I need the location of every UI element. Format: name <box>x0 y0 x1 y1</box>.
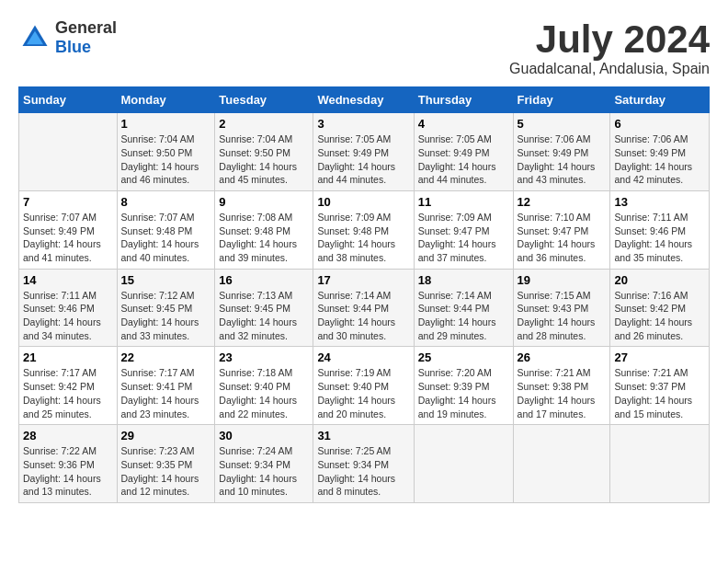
cell-content: Sunrise: 7:05 AM Sunset: 9:49 PM Dayligh… <box>317 132 409 187</box>
calendar-cell: 21Sunrise: 7:17 AM Sunset: 9:42 PM Dayli… <box>19 347 118 425</box>
day-number: 26 <box>518 350 607 364</box>
day-header-thursday: Thursday <box>414 87 513 113</box>
cell-content: Sunrise: 7:10 AM Sunset: 9:47 PM Dayligh… <box>518 211 607 265</box>
cell-content: Sunrise: 7:14 AM Sunset: 9:44 PM Dayligh… <box>317 289 409 343</box>
day-header-wednesday: Wednesday <box>313 87 414 113</box>
day-number: 17 <box>317 273 409 287</box>
cell-content: Sunrise: 7:17 AM Sunset: 9:41 PM Dayligh… <box>121 366 211 420</box>
calendar-cell: 9Sunrise: 7:08 AM Sunset: 9:48 PM Daylig… <box>215 190 313 269</box>
day-number: 2 <box>219 117 309 131</box>
calendar-cell: 26Sunrise: 7:21 AM Sunset: 9:38 PM Dayli… <box>513 347 610 425</box>
calendar-cell: 18Sunrise: 7:14 AM Sunset: 9:44 PM Dayli… <box>414 269 513 347</box>
calendar-cell: 24Sunrise: 7:19 AM Sunset: 9:40 PM Dayli… <box>313 347 414 425</box>
calendar-cell: 6Sunrise: 7:06 AM Sunset: 9:49 PM Daylig… <box>610 113 710 191</box>
day-number: 5 <box>518 117 607 131</box>
cell-content: Sunrise: 7:16 AM Sunset: 9:42 PM Dayligh… <box>614 289 705 343</box>
logo-icon <box>18 21 51 54</box>
location-title: Guadalcanal, Andalusia, Spain <box>509 61 710 77</box>
day-header-sunday: Sunday <box>19 87 118 113</box>
calendar-week-2: 7Sunrise: 7:07 AM Sunset: 9:49 PM Daylig… <box>19 190 710 269</box>
calendar-cell: 12Sunrise: 7:10 AM Sunset: 9:47 PM Dayli… <box>513 190 610 269</box>
calendar-cell: 15Sunrise: 7:12 AM Sunset: 9:45 PM Dayli… <box>117 269 215 347</box>
cell-content: Sunrise: 7:24 AM Sunset: 9:34 PM Dayligh… <box>219 444 309 499</box>
day-number: 7 <box>23 195 113 209</box>
logo: General Blue <box>18 18 117 57</box>
day-number: 31 <box>317 429 409 442</box>
day-number: 18 <box>418 273 509 287</box>
calendar-cell: 14Sunrise: 7:11 AM Sunset: 9:46 PM Dayli… <box>19 269 118 347</box>
calendar-cell: 11Sunrise: 7:09 AM Sunset: 9:47 PM Dayli… <box>414 190 513 269</box>
day-number: 4 <box>418 117 509 131</box>
calendar-cell: 4Sunrise: 7:05 AM Sunset: 9:49 PM Daylig… <box>414 113 513 191</box>
logo-general-text: General <box>55 18 117 37</box>
cell-content: Sunrise: 7:07 AM Sunset: 9:49 PM Dayligh… <box>23 211 113 265</box>
day-number: 19 <box>518 273 607 287</box>
day-number: 30 <box>219 429 309 442</box>
day-number: 11 <box>418 195 509 209</box>
cell-content: Sunrise: 7:15 AM Sunset: 9:43 PM Dayligh… <box>518 289 607 343</box>
day-header-tuesday: Tuesday <box>215 87 313 113</box>
calendar-cell: 20Sunrise: 7:16 AM Sunset: 9:42 PM Dayli… <box>610 269 710 347</box>
day-number: 6 <box>614 117 705 131</box>
cell-content: Sunrise: 7:04 AM Sunset: 9:50 PM Dayligh… <box>121 132 211 187</box>
cell-content: Sunrise: 7:22 AM Sunset: 9:36 PM Dayligh… <box>23 444 113 499</box>
cell-content: Sunrise: 7:09 AM Sunset: 9:47 PM Dayligh… <box>418 211 509 265</box>
cell-content: Sunrise: 7:08 AM Sunset: 9:48 PM Dayligh… <box>219 211 309 265</box>
calendar-cell: 2Sunrise: 7:04 AM Sunset: 9:50 PM Daylig… <box>215 113 313 191</box>
day-number: 22 <box>121 350 211 364</box>
day-header-friday: Friday <box>513 87 610 113</box>
cell-content: Sunrise: 7:04 AM Sunset: 9:50 PM Dayligh… <box>219 132 309 187</box>
calendar-cell <box>414 425 513 503</box>
cell-content: Sunrise: 7:14 AM Sunset: 9:44 PM Dayligh… <box>418 289 509 343</box>
calendar-cell: 17Sunrise: 7:14 AM Sunset: 9:44 PM Dayli… <box>313 269 414 347</box>
day-number: 23 <box>219 350 309 364</box>
calendar-cell <box>513 425 610 503</box>
calendar-cell: 5Sunrise: 7:06 AM Sunset: 9:49 PM Daylig… <box>513 113 610 191</box>
day-number: 20 <box>614 273 705 287</box>
calendar-cell: 29Sunrise: 7:23 AM Sunset: 9:35 PM Dayli… <box>117 425 215 503</box>
day-number: 1 <box>121 117 211 131</box>
day-number: 14 <box>23 273 113 287</box>
cell-content: Sunrise: 7:06 AM Sunset: 9:49 PM Dayligh… <box>518 132 607 187</box>
day-number: 8 <box>121 195 211 209</box>
calendar-cell: 1Sunrise: 7:04 AM Sunset: 9:50 PM Daylig… <box>117 113 215 191</box>
cell-content: Sunrise: 7:11 AM Sunset: 9:46 PM Dayligh… <box>23 289 113 343</box>
calendar-cell: 27Sunrise: 7:21 AM Sunset: 9:37 PM Dayli… <box>610 347 710 425</box>
day-number: 27 <box>614 350 705 364</box>
calendar-week-3: 14Sunrise: 7:11 AM Sunset: 9:46 PM Dayli… <box>19 269 710 347</box>
calendar-week-4: 21Sunrise: 7:17 AM Sunset: 9:42 PM Dayli… <box>19 347 710 425</box>
day-number: 25 <box>418 350 509 364</box>
cell-content: Sunrise: 7:21 AM Sunset: 9:38 PM Dayligh… <box>518 366 607 420</box>
page-header: General Blue July 2024 Guadalcanal, Anda… <box>18 18 710 77</box>
day-number: 29 <box>121 429 211 442</box>
day-number: 9 <box>219 195 309 209</box>
calendar-cell: 7Sunrise: 7:07 AM Sunset: 9:49 PM Daylig… <box>19 190 118 269</box>
calendar-cell: 31Sunrise: 7:25 AM Sunset: 9:34 PM Dayli… <box>313 425 414 503</box>
cell-content: Sunrise: 7:09 AM Sunset: 9:48 PM Dayligh… <box>317 211 409 265</box>
calendar-week-1: 1Sunrise: 7:04 AM Sunset: 9:50 PM Daylig… <box>19 113 710 191</box>
day-header-saturday: Saturday <box>610 87 710 113</box>
calendar-cell: 28Sunrise: 7:22 AM Sunset: 9:36 PM Dayli… <box>19 425 118 503</box>
cell-content: Sunrise: 7:17 AM Sunset: 9:42 PM Dayligh… <box>23 366 113 420</box>
calendar-cell: 16Sunrise: 7:13 AM Sunset: 9:45 PM Dayli… <box>215 269 313 347</box>
cell-content: Sunrise: 7:21 AM Sunset: 9:37 PM Dayligh… <box>614 366 705 420</box>
calendar-cell: 23Sunrise: 7:18 AM Sunset: 9:40 PM Dayli… <box>215 347 313 425</box>
month-title: July 2024 <box>509 18 710 61</box>
cell-content: Sunrise: 7:19 AM Sunset: 9:40 PM Dayligh… <box>317 366 409 420</box>
cell-content: Sunrise: 7:05 AM Sunset: 9:49 PM Dayligh… <box>418 132 509 187</box>
cell-content: Sunrise: 7:13 AM Sunset: 9:45 PM Dayligh… <box>219 289 309 343</box>
day-number: 16 <box>219 273 309 287</box>
cell-content: Sunrise: 7:25 AM Sunset: 9:34 PM Dayligh… <box>317 444 409 499</box>
day-number: 24 <box>317 350 409 364</box>
calendar-cell: 30Sunrise: 7:24 AM Sunset: 9:34 PM Dayli… <box>215 425 313 503</box>
calendar-header-row: SundayMondayTuesdayWednesdayThursdayFrid… <box>19 87 710 113</box>
calendar-cell: 22Sunrise: 7:17 AM Sunset: 9:41 PM Dayli… <box>117 347 215 425</box>
logo-blue-text: Blue <box>55 38 91 56</box>
calendar-cell: 8Sunrise: 7:07 AM Sunset: 9:48 PM Daylig… <box>117 190 215 269</box>
day-header-monday: Monday <box>117 87 215 113</box>
day-number: 10 <box>317 195 409 209</box>
cell-content: Sunrise: 7:20 AM Sunset: 9:39 PM Dayligh… <box>418 366 509 420</box>
cell-content: Sunrise: 7:23 AM Sunset: 9:35 PM Dayligh… <box>121 444 211 499</box>
calendar-cell <box>19 113 118 191</box>
day-number: 28 <box>23 429 113 442</box>
